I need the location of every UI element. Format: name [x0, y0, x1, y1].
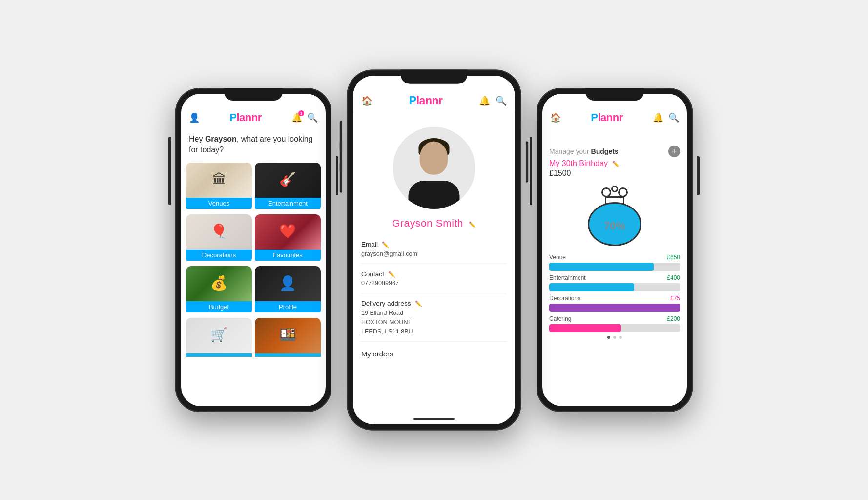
phone-home-screen: 👤 Plannr 🔔 1 🔍 Hey Grayson, what are you…	[181, 94, 326, 406]
catering-bar-section: Catering £200	[549, 315, 680, 332]
venue-bar-track	[549, 263, 680, 271]
contact-value: 07729089967	[361, 279, 507, 288]
home-icon-3[interactable]: 🏠	[550, 112, 561, 123]
logo-lannr-3: lannr	[598, 111, 622, 124]
logo-p-3: P	[591, 111, 598, 124]
catering-bar-fill	[549, 324, 621, 332]
notification-icon-3[interactable]: 🔔	[653, 112, 663, 123]
venues-label: Venues	[186, 198, 252, 209]
catering-bar-amount: £200	[667, 315, 680, 322]
notch-2	[401, 69, 468, 83]
search-icon-2[interactable]: 🔍	[496, 95, 507, 106]
home-icon-2[interactable]: 🏠	[361, 95, 372, 106]
address-line3: LEEDS, LS11 8BU	[361, 327, 507, 336]
menu-item-venues[interactable]: Venues	[186, 163, 252, 211]
decorations-bar-section: Decorations £75	[549, 295, 680, 312]
profile-label: Profile	[255, 301, 321, 312]
search-icon-3[interactable]: 🔍	[668, 112, 679, 123]
event-name-text: My 30th Birthday	[549, 159, 608, 167]
logo-lannr-1: lannr	[236, 111, 261, 124]
bag-body: 70%	[588, 202, 641, 246]
menu-item-profile[interactable]: Profile	[255, 266, 321, 315]
budget-label: Budget	[186, 301, 252, 312]
decorations-bar-fill	[549, 304, 680, 312]
phone-profile-screen: 🏠 Plannr 🔔 🔍	[353, 76, 515, 424]
event-name: My 30th Birthday ✏️	[549, 159, 680, 168]
phone-budget-screen: 🏠 Plannr 🔔 🔍 Manage your Budgets +	[542, 94, 687, 406]
entertainment-bar-track	[549, 283, 680, 291]
menu-item-decorations[interactable]: Decorations	[186, 214, 252, 263]
app-logo-2: Plannr	[409, 94, 443, 107]
add-budget-button[interactable]: +	[668, 146, 680, 157]
cart-label	[186, 353, 252, 357]
person-head	[420, 141, 448, 174]
dot-2	[613, 336, 616, 339]
manage-prefix: Manage your	[549, 147, 591, 155]
header-icons-1: 🔔 1 🔍	[291, 112, 318, 123]
contact-label-text: Contact	[361, 270, 384, 278]
greeting-name: Grayson	[205, 135, 237, 143]
profile-image	[255, 266, 321, 301]
header-icons-3: 🔔 🔍	[653, 112, 679, 123]
profile-content: Grayson Smith ✏️ Email ✏️ grayson@gmail.…	[353, 112, 515, 372]
catering-bar-header: Catering £200	[549, 315, 680, 322]
app-logo-1: Plannr	[229, 111, 261, 124]
profile-avatar	[393, 127, 475, 209]
contact-edit-icon[interactable]: ✏️	[388, 271, 395, 277]
logo-lannr-2: lannr	[416, 94, 443, 107]
address-line1: 19 Elland Road	[361, 309, 507, 318]
food-image	[255, 318, 321, 353]
header-icons-2: 🔔 🔍	[479, 95, 507, 106]
profile-name: Grayson Smith ✏️	[392, 217, 475, 229]
address-value: 19 Elland Road HOXTON MOUNT LEEDS, LS11 …	[361, 309, 507, 336]
bag-knot-left	[601, 188, 611, 197]
bag-knot-center	[611, 186, 618, 192]
email-value: grayson@gmail.com	[361, 249, 507, 258]
bag-knot-right	[618, 188, 628, 197]
contact-field: Contact ✏️ 07729089967	[361, 267, 507, 294]
catering-bar-track	[549, 324, 680, 332]
address-label-text: Delivery address	[361, 300, 411, 308]
budget-visual: 70%	[549, 183, 680, 246]
search-icon-1[interactable]: 🔍	[307, 112, 318, 123]
address-line2: HOXTON MOUNT	[361, 318, 507, 327]
menu-item-budget[interactable]: Budget	[186, 266, 252, 315]
dot-1	[607, 336, 610, 339]
my-orders[interactable]: My orders	[361, 345, 507, 363]
notification-badge: 1	[298, 110, 304, 116]
entertainment-bar-header: Entertainment £400	[549, 274, 680, 281]
profile-name-text: Grayson Smith	[392, 217, 463, 229]
name-edit-icon[interactable]: ✏️	[469, 221, 476, 228]
menu-item-favourites[interactable]: Favourites	[255, 214, 321, 263]
budget-content: Manage your Budgets + My 30th Birthday ✏…	[542, 128, 687, 345]
entertainment-label: Entertainment	[255, 198, 321, 209]
event-edit-icon[interactable]: ✏️	[612, 161, 620, 167]
address-edit-icon[interactable]: ✏️	[415, 301, 422, 307]
entertainment-bar-fill	[549, 283, 634, 291]
entertainment-bar-amount: £400	[667, 274, 680, 281]
entertainment-bar-section: Entertainment £400	[549, 274, 680, 291]
notification-icon-2[interactable]: 🔔	[479, 95, 490, 106]
home-indicator-2	[413, 418, 455, 420]
venues-image	[186, 163, 252, 198]
decorations-bar-track	[549, 304, 680, 312]
decorations-bar-header: Decorations £75	[549, 295, 680, 302]
venue-bar-section: Venue £650	[549, 254, 680, 271]
menu-item-entertainment[interactable]: Entertainment	[255, 163, 321, 211]
food-label	[255, 353, 321, 357]
notification-icon-1[interactable]: 🔔 1	[291, 112, 302, 123]
email-edit-icon[interactable]: ✏️	[382, 241, 389, 248]
phones-container: 👤 Plannr 🔔 1 🔍 Hey Grayson, what are you…	[175, 78, 693, 422]
contact-label: Contact ✏️	[361, 270, 507, 278]
profile-icon[interactable]: 👤	[189, 112, 200, 123]
budget-total: £1500	[549, 169, 680, 178]
decorations-bar-name: Decorations	[549, 295, 580, 302]
money-bag: 70%	[588, 183, 641, 246]
page-dots	[549, 336, 680, 339]
menu-item-food[interactable]	[255, 318, 321, 367]
decorations-image	[186, 214, 252, 250]
menu-item-cart[interactable]	[186, 318, 252, 367]
bag-percent: 70%	[604, 220, 625, 232]
phone-profile: 🏠 Plannr 🔔 🔍	[347, 69, 521, 430]
notch-1	[224, 88, 283, 101]
